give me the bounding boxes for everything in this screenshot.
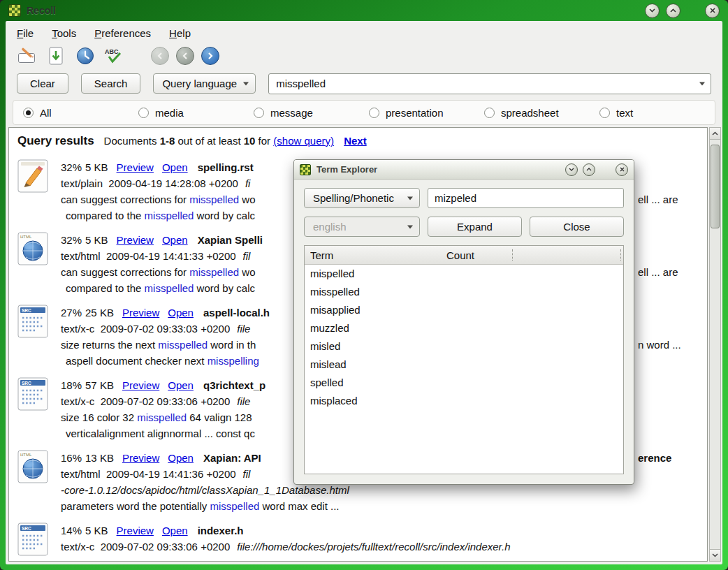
dialog-unshade-button[interactable]	[583, 163, 595, 176]
term-row[interactable]: misled	[305, 337, 623, 356]
column-separator[interactable]	[620, 249, 621, 261]
show-query-link[interactable]: (show query)	[273, 135, 334, 147]
filter-media[interactable]: media	[138, 107, 254, 119]
dialog-close-button[interactable]	[616, 163, 628, 176]
term-match-type-combo[interactable]: Spelling/Phonetic	[304, 188, 420, 208]
menubar: File Tools Preferences Help	[6, 21, 722, 43]
term-row[interactable]: misplaced	[305, 392, 623, 410]
filter-all[interactable]: All	[23, 107, 138, 119]
count-column-header[interactable]: Count	[446, 249, 474, 261]
open-link[interactable]: Open	[162, 525, 188, 536]
result-percent: 16%	[61, 452, 82, 464]
shade-button[interactable]	[645, 3, 660, 18]
result-path: file	[237, 323, 250, 335]
scrollbar-thumb[interactable]	[711, 145, 720, 228]
snippet-highlight: misspelled	[145, 282, 194, 294]
query-combobox	[268, 73, 711, 94]
scroll-down-button[interactable]	[710, 549, 720, 561]
chevron-up-icon	[586, 168, 592, 171]
result-path: fi	[245, 177, 251, 189]
clear-search-button[interactable]	[15, 45, 38, 66]
open-link[interactable]: Open	[168, 452, 194, 464]
term-explorer-button[interactable]: ABC	[103, 45, 126, 66]
filter-message[interactable]: message	[254, 107, 369, 119]
arrow-right-icon	[207, 52, 214, 59]
menu-help[interactable]: Help	[169, 27, 191, 39]
snippet-fragment: ell ... are	[638, 191, 678, 207]
titlebar: Recoll	[0, 0, 728, 21]
result-percent: 14%	[61, 525, 82, 536]
term-row[interactable]: spelled	[305, 374, 623, 392]
dialog-window-controls	[565, 163, 628, 176]
open-link[interactable]: Open	[162, 161, 188, 173]
result-mimetype: text/html 2009-04-19 14:41:33 +0200	[61, 250, 236, 262]
search-input[interactable]	[268, 73, 711, 94]
query-dropdown-caret-icon[interactable]	[699, 82, 705, 85]
preview-link[interactable]: Preview	[122, 307, 159, 319]
language-combo[interactable]: english	[304, 217, 420, 237]
query-language-combo[interactable]: Query language	[153, 73, 256, 94]
open-link[interactable]: Open	[168, 307, 194, 319]
chevron-up-icon	[670, 8, 676, 13]
svg-text:SRC: SRC	[22, 308, 31, 313]
result-percent: 32%	[61, 161, 82, 173]
result-title: q3richtext_p	[203, 379, 265, 391]
open-link[interactable]: Open	[168, 379, 194, 391]
snippet-highlight: misspelled	[210, 500, 259, 512]
close-button[interactable]	[705, 3, 720, 18]
menu-file[interactable]: File	[17, 27, 34, 39]
term-row[interactable]: mislead	[305, 356, 623, 374]
query-history-button[interactable]	[74, 45, 96, 66]
clock-icon	[76, 47, 94, 65]
scroll-up-button[interactable]	[710, 128, 720, 140]
category-filterbar: All media message presentation spreadshe…	[13, 100, 715, 125]
vertical-scrollbar[interactable]	[709, 127, 721, 562]
chevron-down-icon	[569, 168, 574, 171]
search-button[interactable]: Search	[81, 73, 141, 94]
term-explorer-input[interactable]	[428, 188, 624, 208]
close-dialog-button[interactable]: Close	[530, 217, 624, 237]
preview-link[interactable]: Preview	[117, 161, 154, 173]
preview-link[interactable]: Preview	[122, 452, 159, 464]
result-size: 5 KB	[85, 161, 108, 173]
term-row[interactable]: mispelled	[305, 265, 623, 283]
doc-range: 1-8	[160, 135, 175, 147]
result-percent: 18%	[61, 379, 82, 391]
filter-text[interactable]: text	[599, 107, 715, 119]
menu-preferences[interactable]: Preferences	[94, 27, 151, 39]
preview-link[interactable]: Preview	[117, 525, 154, 536]
preview-link[interactable]: Preview	[122, 379, 159, 391]
result-title: aspell-local.h	[203, 307, 270, 319]
result-percent: 32%	[61, 234, 82, 246]
chevron-down-icon	[243, 82, 249, 85]
source-file-icon: SRC	[17, 305, 51, 377]
save-results-button[interactable]	[45, 45, 67, 66]
menu-tools[interactable]: Tools	[52, 27, 76, 39]
unshade-button[interactable]	[666, 3, 680, 18]
clear-button[interactable]: Clear	[17, 73, 68, 94]
recoll-app-icon	[8, 4, 21, 17]
chevron-down-icon	[407, 225, 413, 228]
radio-icon	[138, 108, 149, 118]
expand-button[interactable]: Expand	[428, 217, 522, 237]
dialog-titlebar[interactable]: Term Explorer	[294, 160, 634, 180]
term-column-header[interactable]: Term	[305, 249, 446, 261]
column-separator[interactable]	[512, 249, 513, 261]
term-row[interactable]: misapplied	[305, 301, 623, 319]
open-link[interactable]: Open	[162, 234, 188, 246]
term-table-header: Term Count	[305, 246, 623, 265]
dialog-shade-button[interactable]	[565, 163, 578, 176]
nav-back-button[interactable]	[176, 47, 194, 65]
close-icon	[620, 167, 625, 172]
snippet-highlight: misspelled	[189, 193, 239, 205]
term-row[interactable]: muzzled	[305, 319, 623, 337]
filter-presentation[interactable]: presentation	[369, 107, 484, 119]
nav-forward-button[interactable]	[201, 47, 219, 65]
nav-first-button[interactable]	[151, 47, 169, 65]
next-page-link[interactable]: Next	[344, 135, 367, 147]
term-row[interactable]: misspelled	[305, 283, 623, 301]
result-title: Xapian Spelli	[198, 234, 263, 246]
preview-link[interactable]: Preview	[117, 234, 154, 246]
filter-spreadsheet[interactable]: spreadsheet	[484, 107, 599, 119]
doc-total: 10	[244, 135, 256, 147]
